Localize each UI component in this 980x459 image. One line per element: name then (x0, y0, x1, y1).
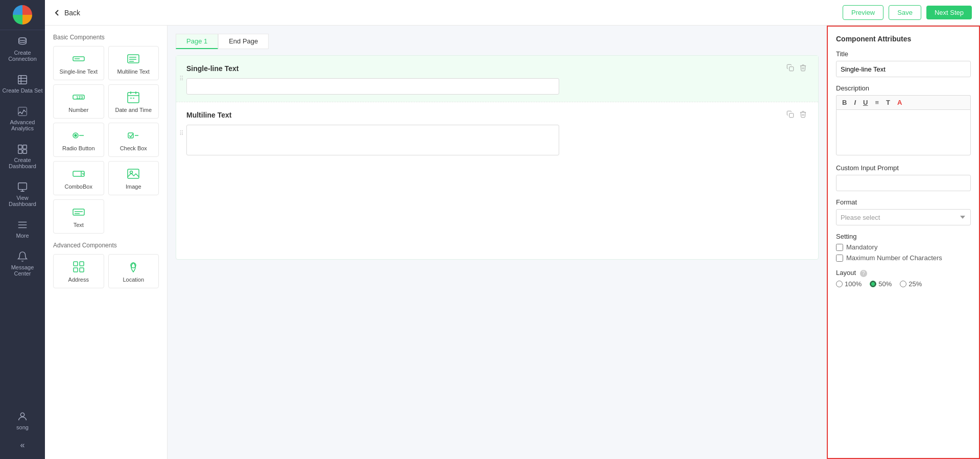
copy-button-single[interactable] (785, 63, 795, 74)
sidebar-collapse-button[interactable]: « (16, 437, 29, 454)
delete-button-multiline[interactable] (798, 109, 808, 121)
copy-button-multiline[interactable] (785, 109, 795, 121)
multiline-textarea[interactable] (186, 125, 559, 155)
svg-point-11 (20, 413, 24, 417)
description-textarea[interactable] (836, 109, 971, 155)
sidebar-item-view-dashboard[interactable]: View Dashboard (0, 175, 45, 213)
max-chars-checkbox[interactable] (836, 255, 843, 262)
sidebar-item-create-connection[interactable]: Create Connection (0, 30, 45, 68)
component-text[interactable]: Text (53, 199, 104, 234)
svg-rect-44 (790, 113, 794, 118)
desc-btn-color[interactable]: A (895, 98, 904, 107)
drag-handle-multiline[interactable]: ⠿ (179, 130, 184, 137)
component-check-box[interactable]: Check Box (108, 123, 159, 157)
layout-100-label: 100% (845, 280, 862, 288)
description-label: Description (836, 84, 971, 92)
sidebar-item-user[interactable]: song (0, 405, 45, 437)
tab-end-page[interactable]: End Page (218, 34, 269, 49)
sidebar-label-view-dashboard: View Dashboard (2, 195, 43, 207)
component-label-combobox: ComboBox (65, 183, 92, 190)
attributes-panel-title: Component Attributes (836, 35, 971, 43)
form-component-header-multiline: Multiline Text (186, 109, 808, 121)
component-address[interactable]: Address (53, 254, 104, 288)
component-radio-button[interactable]: Radio Button (53, 123, 104, 157)
form-title-single: Single-line Text (186, 64, 238, 73)
desc-btn-underline[interactable]: U (861, 98, 870, 107)
sidebar-item-more[interactable]: More (0, 213, 45, 245)
sidebar-item-advanced-analytics[interactable]: Advanced Analytics (0, 100, 45, 137)
component-label-checkbox: Check Box (120, 145, 147, 151)
component-location[interactable]: Location (108, 254, 159, 288)
svg-rect-20 (128, 93, 139, 103)
desc-btn-align[interactable]: ≡ (872, 98, 881, 107)
layout-25-radio[interactable] (900, 281, 906, 287)
next-step-button[interactable]: Next Step (926, 6, 972, 19)
page-tabs: Page 1 End Page (176, 34, 819, 49)
save-button[interactable]: Save (889, 5, 921, 20)
sidebar-label-advanced-analytics: Advanced Analytics (2, 119, 43, 131)
component-label-single-line: Single-line Text (60, 68, 98, 75)
layout-50-row: 50% (870, 280, 892, 288)
component-multiline-text[interactable]: Multiline Text (108, 46, 159, 80)
component-date-time[interactable]: Date and Time (108, 84, 159, 119)
attributes-panel: Component Attributes Title Description B… (827, 26, 980, 459)
form-row-single-line[interactable]: ⠿ Single-line Text (176, 56, 818, 102)
desc-btn-bold[interactable]: B (840, 98, 849, 107)
svg-rect-43 (790, 67, 794, 71)
back-button[interactable]: Back (53, 9, 80, 17)
svg-rect-39 (74, 268, 78, 272)
svg-point-0 (19, 38, 27, 41)
layout-50-radio[interactable] (870, 281, 876, 287)
layout-100-row: 100% (836, 280, 862, 288)
layout-100-radio[interactable] (836, 281, 843, 287)
sidebar-item-message-center[interactable]: Message Center (0, 245, 45, 283)
sidebar-item-create-dataset[interactable]: Create Data Set (0, 68, 45, 100)
description-toolbar: B I U ≡ T A (836, 95, 971, 109)
max-chars-label: Maximum Number of Characters (846, 254, 942, 262)
title-input[interactable] (836, 61, 971, 77)
component-label-image: Image (126, 183, 141, 190)
preview-button[interactable]: Preview (843, 5, 883, 20)
topbar: Back Preview Save Next Step (45, 0, 980, 26)
delete-button-single[interactable] (798, 63, 808, 74)
tab-page1[interactable]: Page 1 (176, 34, 218, 49)
layout-25-row: 25% (900, 280, 922, 288)
layout-section: Layout ? 100% 50% 25% (836, 269, 971, 288)
component-label-radio: Radio Button (62, 145, 95, 151)
drag-handle-single[interactable]: ⠿ (179, 75, 184, 82)
component-panel: Basic Components Single-line Text Multil… (45, 26, 168, 459)
svg-rect-4 (23, 145, 27, 149)
sidebar-item-create-dashboard[interactable]: Create Dashboard (0, 137, 45, 175)
component-combobox[interactable]: ComboBox (53, 161, 104, 195)
mandatory-checkbox[interactable] (836, 244, 843, 251)
desc-btn-italic[interactable]: I (851, 98, 858, 107)
component-number[interactable]: 123 Number (53, 84, 104, 119)
format-select[interactable]: Please select None Email Phone URL (836, 209, 971, 225)
setting-section: Mandatory Maximum Number of Characters (836, 243, 971, 262)
mandatory-row: Mandatory (836, 243, 971, 251)
custom-prompt-input[interactable] (836, 175, 971, 191)
component-label-location: Location (123, 277, 144, 283)
svg-rect-7 (18, 183, 27, 190)
component-image[interactable]: Image (108, 161, 159, 195)
basic-components-title: Basic Components (53, 34, 159, 41)
layout-25-label: 25% (909, 280, 922, 288)
svg-text:123: 123 (76, 95, 83, 100)
desc-btn-text[interactable]: T (883, 98, 893, 107)
component-label-address: Address (68, 277, 89, 283)
custom-prompt-label: Custom Input Prompt (836, 164, 971, 172)
mandatory-label: Mandatory (846, 243, 877, 251)
form-component-header-single: Single-line Text (186, 63, 808, 74)
advanced-components-title: Advanced Components (53, 242, 159, 249)
basic-components-grid: Single-line Text Multiline Text 123 Numb… (53, 46, 159, 234)
svg-rect-5 (18, 150, 22, 153)
form-row-multiline[interactable]: ⠿ Multiline Text (176, 102, 818, 164)
setting-label: Setting (836, 233, 971, 240)
component-single-line-text[interactable]: Single-line Text (53, 46, 104, 80)
sidebar-label-create-connection: Create Connection (2, 50, 43, 62)
sidebar-bottom: song « (0, 405, 45, 459)
topbar-actions: Preview Save Next Step (843, 5, 972, 20)
component-label-datetime: Date and Time (115, 107, 152, 113)
single-line-input[interactable] (186, 78, 559, 95)
form-actions-multiline (785, 109, 808, 121)
